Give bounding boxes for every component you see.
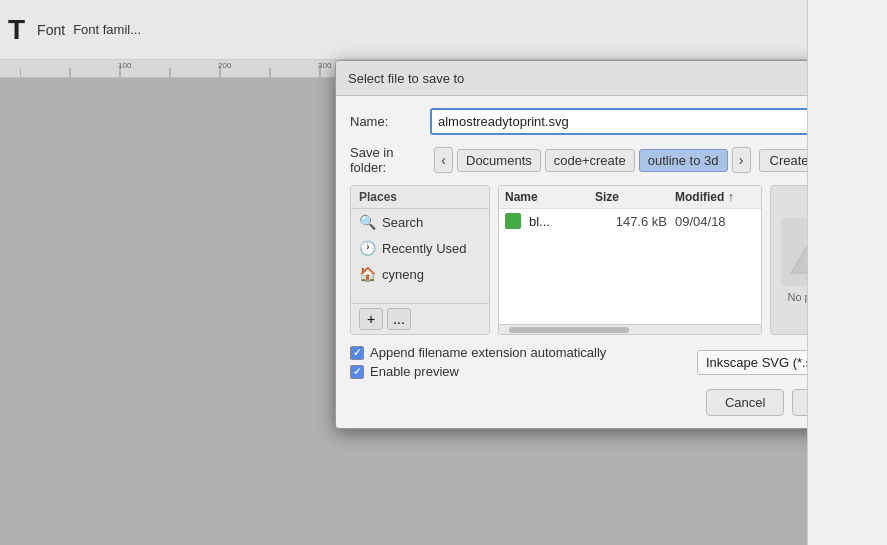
svg-text:100: 100 (118, 61, 132, 70)
dialog-title: Select file to save to (348, 71, 464, 86)
file-list-header: Name Size Modified ↑ (499, 186, 761, 209)
places-home-label: cyneng (382, 267, 424, 282)
folder-back-button[interactable]: ‹ (434, 147, 453, 173)
text-tool-icon: T (8, 14, 25, 46)
dialog-body: Name: Save in folder: ‹ Documents code+c… (336, 96, 874, 428)
places-recently-used-label: Recently Used (382, 241, 467, 256)
enable-preview-label: Enable preview (370, 364, 459, 379)
main-content-area: Places 🔍 Search 🕐 Recently Used 🏠 cyneng… (350, 185, 860, 335)
search-icon: 🔍 (359, 214, 376, 230)
places-more-button[interactable]: ... (387, 308, 411, 330)
scrollbar-thumb[interactable] (509, 327, 629, 333)
places-item-recently-used[interactable]: 🕐 Recently Used (351, 235, 489, 261)
file-modified-cell: 09/04/18 (675, 214, 755, 229)
places-header: Places (351, 186, 489, 209)
places-item-home[interactable]: 🏠 cyneng (351, 261, 489, 287)
folder-forward-button[interactable]: › (732, 147, 751, 173)
col-size-header[interactable]: Size (595, 190, 667, 204)
font-family-label: Font famil... (73, 22, 141, 37)
places-add-button[interactable]: + (359, 308, 383, 330)
clock-icon: 🕐 (359, 240, 376, 256)
table-row[interactable]: bl... 147.6 kB 09/04/18 (499, 209, 761, 233)
file-name-cell: bl... (529, 214, 587, 229)
folder-label: Save in folder: (350, 145, 430, 175)
cancel-button[interactable]: Cancel (706, 389, 784, 416)
append-ext-checkbox[interactable] (350, 346, 364, 360)
svg-text:200: 200 (218, 61, 232, 70)
breadcrumb-documents[interactable]: Documents (457, 149, 541, 172)
file-list-pane: Name Size Modified ↑ bl... 147.6 kB 09/0… (498, 185, 762, 335)
checkboxes-group: Append filename extension automatically … (350, 345, 606, 379)
name-label: Name: (350, 114, 430, 129)
places-search-label: Search (382, 215, 423, 230)
dialog-titlebar: Select file to save to ✕ (336, 61, 874, 96)
right-panel (807, 0, 887, 545)
file-list-empty-space (499, 233, 761, 324)
enable-preview-row: Enable preview (350, 364, 606, 379)
enable-preview-checkbox[interactable] (350, 365, 364, 379)
breadcrumb-code-create[interactable]: code+create (545, 149, 635, 172)
breadcrumb-outline-3d[interactable]: outline to 3d (639, 149, 728, 172)
file-type-icon (505, 213, 521, 229)
save-dialog: Select file to save to ✕ Name: Save in f… (335, 60, 875, 429)
places-pane: Places 🔍 Search 🕐 Recently Used 🏠 cyneng… (350, 185, 490, 335)
places-item-search[interactable]: 🔍 Search (351, 209, 489, 235)
horizontal-scrollbar[interactable] (499, 324, 761, 334)
options-row: Append filename extension automatically … (350, 345, 860, 379)
append-ext-row: Append filename extension automatically (350, 345, 606, 360)
svg-text:300: 300 (318, 61, 332, 70)
home-icon: 🏠 (359, 266, 376, 282)
name-row: Name: (350, 108, 860, 135)
filename-input[interactable] (430, 108, 860, 135)
places-footer: + ... (351, 303, 489, 334)
top-toolbar: T Font Font famil... (0, 0, 887, 60)
append-ext-label: Append filename extension automatically (370, 345, 606, 360)
col-name-header[interactable]: Name (505, 190, 587, 204)
folder-row: Save in folder: ‹ Documents code+create … (350, 145, 860, 175)
dialog-buttons: Cancel Save (350, 385, 860, 416)
col-modified-header[interactable]: Modified ↑ (675, 190, 755, 204)
file-size-cell: 147.6 kB (595, 214, 667, 229)
font-label: Font (37, 22, 65, 38)
